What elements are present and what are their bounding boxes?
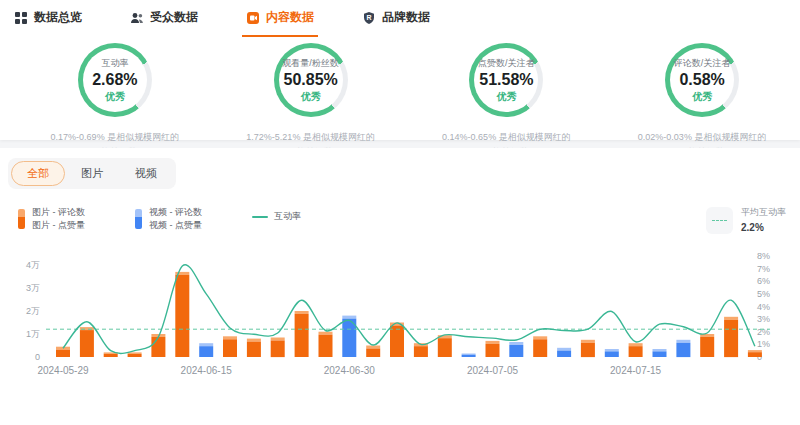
bar-video[interactable] [509, 342, 523, 357]
average-rate-legend: 平均互动率 2.2% [706, 206, 786, 235]
bar-image[interactable] [295, 311, 309, 357]
svg-text:R: R [366, 14, 371, 21]
legend-image-comments: 图片 - 评论数 [32, 207, 85, 217]
bar-video[interactable] [557, 348, 571, 357]
gauge-ring: 互动率 2.68% 优秀 [78, 43, 152, 117]
svg-text:2万: 2万 [26, 306, 40, 316]
top-nav: 数据总览 受众数据 内容数据 R 品牌数据 [0, 0, 800, 37]
svg-text:2%: 2% [757, 327, 770, 337]
video-bar-swatch [135, 209, 142, 229]
content-chart-card: 全部 图片 视频 图片 - 评论数 图片 - 点赞量 视频 - 评论数 视频 -… [0, 148, 800, 425]
metric-rating: 优秀 [692, 90, 712, 104]
brand-shield-icon: R [362, 11, 376, 25]
nav-label: 内容数据 [266, 9, 314, 26]
svg-text:5%: 5% [757, 289, 770, 299]
bar-image[interactable] [390, 323, 404, 358]
svg-text:8%: 8% [757, 251, 770, 261]
rate-line-swatch [252, 216, 268, 218]
svg-text:6%: 6% [757, 276, 770, 286]
svg-text:4万: 4万 [26, 260, 40, 270]
bar-image[interactable] [581, 340, 595, 357]
metric-rating: 优秀 [496, 90, 516, 104]
summary-card: 数据总览 受众数据 内容数据 R 品牌数据 互动率 2.68% [0, 0, 800, 140]
audience-icon [130, 11, 144, 25]
image-bar-swatch [18, 209, 25, 229]
metric-card-views-followers: 观看量/粉丝数 50.85% 优秀 1.72%-5.21% 是相似规模网红的的平… [213, 43, 409, 161]
nav-label: 受众数据 [150, 9, 198, 26]
bar-image[interactable] [700, 334, 714, 357]
bar-image[interactable] [80, 327, 94, 357]
grid-icon [14, 11, 28, 25]
bar-image[interactable] [319, 332, 333, 357]
svg-text:0: 0 [35, 352, 40, 362]
gauge-ring: 观看量/粉丝数 50.85% 优秀 [274, 43, 348, 117]
engagement-rate-line [63, 265, 755, 354]
bar-image[interactable] [175, 272, 189, 357]
legend-video-series[interactable]: 视频 - 评论数 视频 - 点赞量 [135, 206, 202, 232]
metric-rating: 优秀 [301, 90, 321, 104]
tab-video[interactable]: 视频 [119, 161, 173, 186]
metric-gauges-row: 互动率 2.68% 优秀 0.17%-0.69% 是相似规模网红的的平均等级数值… [17, 43, 800, 161]
gauge-ring: 点赞数/关注者 51.58% 优秀 [469, 43, 543, 117]
metric-value: 2.68% [92, 71, 137, 89]
metric-title: 评论数/关注者 [674, 57, 731, 70]
svg-text:2024-06-30: 2024-06-30 [324, 365, 376, 376]
bar-image[interactable] [128, 352, 142, 357]
metric-card-likes-followers: 点赞数/关注者 51.58% 优秀 0.14%-0.65% 是相似规模网红的的平… [409, 43, 605, 161]
nav-item-content-data[interactable]: 内容数据 [242, 9, 318, 37]
legend-image-likes: 图片 - 点赞量 [32, 220, 85, 230]
bar-video[interactable] [462, 354, 476, 358]
bar-image[interactable] [414, 343, 428, 357]
nav-item-data-overview[interactable]: 数据总览 [10, 9, 86, 37]
nav-label: 数据总览 [34, 9, 82, 26]
svg-text:3%: 3% [757, 314, 770, 324]
bar-image[interactable] [724, 317, 738, 357]
svg-text:2024-07-15: 2024-07-15 [610, 365, 662, 376]
svg-text:7%: 7% [757, 264, 770, 274]
bar-image[interactable] [271, 338, 285, 358]
svg-text:4%: 4% [757, 302, 770, 312]
bar-image[interactable] [366, 346, 380, 358]
bar-image[interactable] [629, 343, 643, 357]
legend-video-comments: 视频 - 评论数 [149, 207, 202, 217]
average-rate-label: 平均互动率 [741, 207, 786, 217]
bar-image[interactable] [486, 341, 500, 357]
svg-text:2024-07-05: 2024-07-05 [467, 365, 519, 376]
bar-video[interactable] [605, 349, 619, 357]
svg-text:1%: 1% [757, 339, 770, 349]
bar-image[interactable] [56, 347, 70, 357]
legend-video-likes: 视频 - 点赞量 [149, 220, 202, 230]
metric-title: 观看量/粉丝数 [282, 57, 339, 70]
content-icon [246, 11, 260, 25]
tab-image[interactable]: 图片 [65, 161, 119, 186]
metric-rating: 优秀 [105, 90, 125, 104]
metric-value: 50.85% [283, 71, 337, 89]
bar-video[interactable] [653, 349, 667, 357]
bar-image[interactable] [247, 339, 261, 357]
bar-video[interactable] [676, 340, 690, 357]
tab-all[interactable]: 全部 [11, 161, 65, 186]
metric-card-comments-followers: 评论数/关注者 0.58% 优秀 0.02%-0.03% 是相似规模网红的的平均… [604, 43, 800, 161]
dashed-line-icon [706, 207, 733, 234]
bar-image[interactable] [748, 350, 762, 357]
bar-image[interactable] [223, 336, 237, 357]
metric-title: 互动率 [101, 57, 128, 70]
nav-item-audience-data[interactable]: 受众数据 [126, 9, 202, 37]
bar-image[interactable] [438, 335, 452, 357]
legend-image-series[interactable]: 图片 - 评论数 图片 - 点赞量 [18, 206, 85, 232]
gauge-ring: 评论数/关注者 0.58% 优秀 [665, 43, 739, 117]
chart-legend: 图片 - 评论数 图片 - 点赞量 视频 - 评论数 视频 - 点赞量 互动率 … [18, 206, 786, 235]
svg-text:2024-06-15: 2024-06-15 [181, 365, 233, 376]
nav-label: 品牌数据 [382, 9, 430, 26]
metric-title: 点赞数/关注者 [478, 57, 535, 70]
nav-item-brand-data[interactable]: R 品牌数据 [358, 9, 434, 37]
svg-text:3万: 3万 [26, 283, 40, 293]
content-type-tabs: 全部 图片 视频 [8, 158, 176, 189]
svg-text:1万: 1万 [26, 329, 40, 339]
legend-rate-line[interactable]: 互动率 [252, 210, 301, 223]
bar-video[interactable] [199, 343, 213, 357]
metric-card-engagement-rate: 互动率 2.68% 优秀 0.17%-0.69% 是相似规模网红的的平均等级数值 [17, 43, 213, 161]
average-rate-value: 2.2% [741, 222, 764, 233]
bar-image[interactable] [533, 336, 547, 357]
engagement-bar-line-chart[interactable]: 4万3万2万1万08%7%6%5%4%3%2%1%02024-05-292024… [0, 243, 800, 385]
